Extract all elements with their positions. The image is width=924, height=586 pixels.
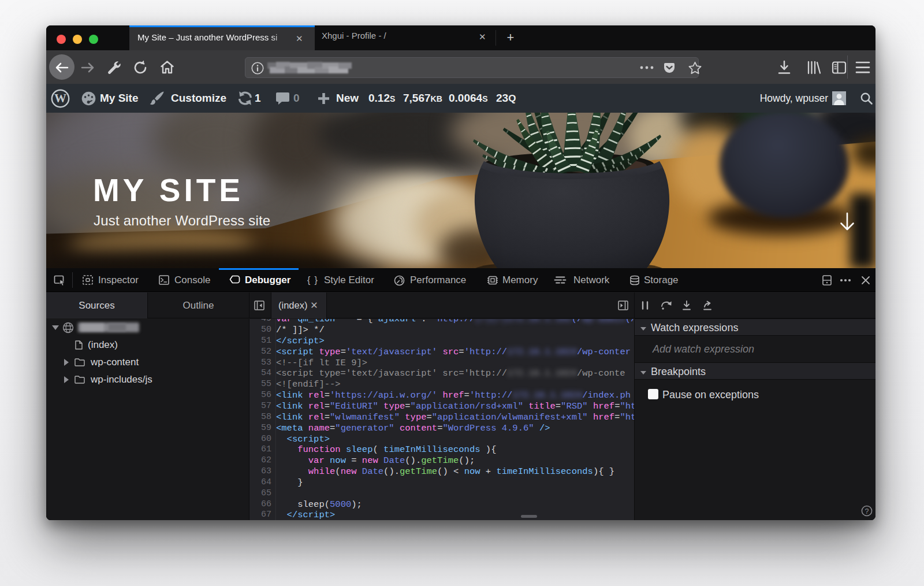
svg-text:W: W (54, 91, 66, 105)
svg-text:?: ? (865, 507, 869, 515)
